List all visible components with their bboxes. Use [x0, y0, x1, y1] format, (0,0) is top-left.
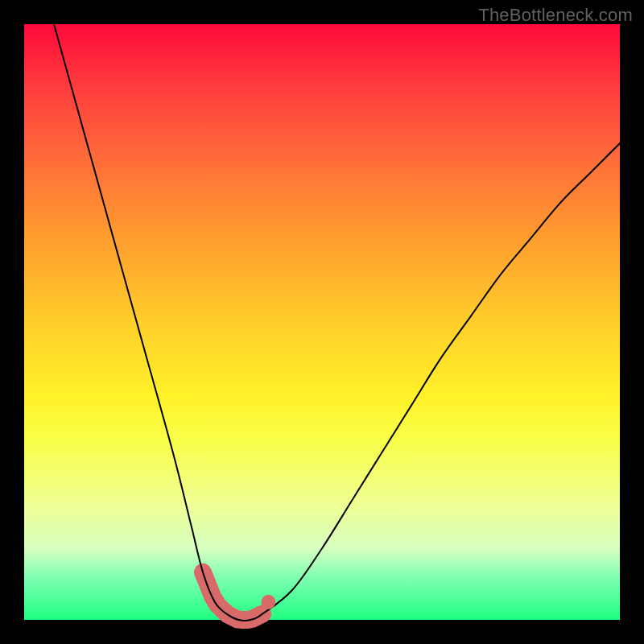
marker-dot: [261, 595, 275, 609]
bottleneck-curve: [54, 24, 620, 621]
attribution-text: TheBottleneck.com: [478, 5, 633, 26]
chart-svg: [24, 24, 620, 620]
plot-area: [24, 24, 620, 620]
chart-canvas: TheBottleneck.com: [0, 0, 644, 644]
